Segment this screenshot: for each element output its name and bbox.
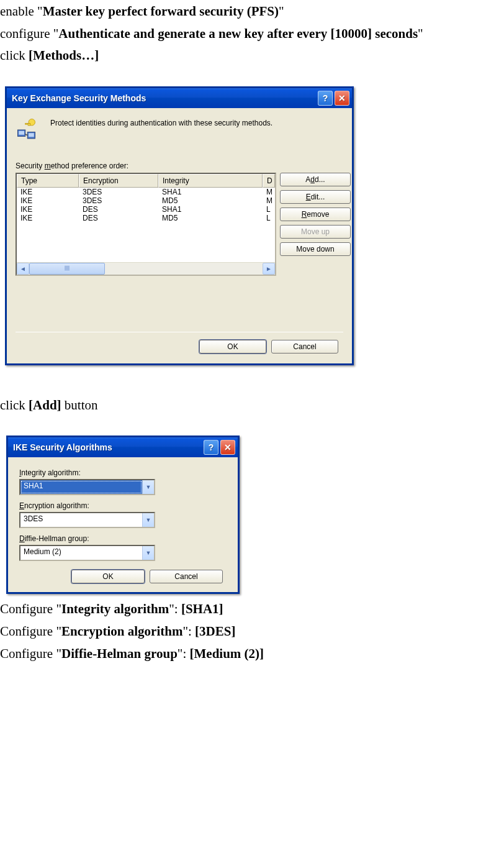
integrity-label: Integrity algorithm: <box>19 468 227 477</box>
column-type[interactable]: Type <box>17 174 79 188</box>
list-header: Type Encryption Integrity D <box>17 174 275 188</box>
remove-button[interactable]: Remove <box>280 208 351 221</box>
ok-button[interactable]: OK <box>71 570 145 583</box>
edit-button[interactable]: Edit... <box>280 190 351 204</box>
cancel-button[interactable]: Cancel <box>271 340 338 354</box>
preference-order-label: Security method preference order: <box>16 162 343 170</box>
encryption-value: 3DES <box>20 513 142 527</box>
ok-button[interactable]: OK <box>199 340 266 354</box>
svg-rect-1 <box>19 131 24 135</box>
list-item[interactable]: IKE DES MD5 L <box>17 214 275 222</box>
add-button[interactable]: Add... <box>280 173 351 186</box>
dialog-titlebar[interactable]: IKE Security Algorithms ? ✕ <box>8 437 238 457</box>
chevron-down-icon[interactable]: ▼ <box>142 480 154 494</box>
scroll-right-icon[interactable]: ► <box>263 263 275 275</box>
ike-security-dialog: IKE Security Algorithms ? ✕ Integrity al… <box>6 436 240 594</box>
dialog-description: Protect identities during authentication… <box>50 117 272 128</box>
instruction-click-add: click [Add] button <box>0 395 504 416</box>
svg-line-7 <box>25 134 28 135</box>
security-methods-list[interactable]: Type Encryption Integrity D IKE 3DES SHA… <box>16 173 276 276</box>
column-integrity[interactable]: Integrity <box>158 174 263 188</box>
help-icon[interactable]: ? <box>318 91 333 106</box>
instruction-configure-integrity: Configure "Integrity algorithm": [SHA1] <box>0 599 504 620</box>
list-item[interactable]: IKE 3DES MD5 M <box>17 196 275 205</box>
security-icon <box>16 117 42 143</box>
move-down-button[interactable]: Move down <box>280 242 351 256</box>
instruction-configure-encryption: Configure "Encryption algorithm": [3DES] <box>0 621 504 642</box>
instruction-configure-dh: Configure "Diffie-Helman group": [Medium… <box>0 644 504 665</box>
cancel-button[interactable]: Cancel <box>150 570 223 583</box>
diffie-hellman-label: Diffie-Hellman group: <box>19 534 227 543</box>
svg-rect-3 <box>29 133 34 137</box>
chevron-down-icon[interactable]: ▼ <box>142 513 154 527</box>
scroll-left-icon[interactable]: ◄ <box>17 263 29 275</box>
integrity-value: SHA1 <box>20 480 142 494</box>
scroll-thumb[interactable] <box>29 263 105 275</box>
instruction-line-2: configure "Authenticate and generate a n… <box>0 24 504 45</box>
dialog-title: Key Exchange Security Methods <box>12 93 318 103</box>
list-item[interactable]: IKE 3DES SHA1 M <box>17 188 275 196</box>
key-exchange-dialog: Key Exchange Security Methods ? ✕ Protec… <box>5 86 354 365</box>
column-encryption[interactable]: Encryption <box>79 174 158 188</box>
move-up-button: Move up <box>280 225 351 239</box>
list-item[interactable]: IKE DES SHA1 L <box>17 205 275 214</box>
encryption-combo[interactable]: 3DES ▼ <box>19 512 155 528</box>
chevron-down-icon[interactable]: ▼ <box>142 546 154 560</box>
help-icon[interactable]: ? <box>204 440 218 455</box>
instruction-line-3: click [Methods…] <box>0 45 504 66</box>
close-icon[interactable]: ✕ <box>220 440 235 455</box>
close-icon[interactable]: ✕ <box>335 91 349 106</box>
diffie-hellman-combo[interactable]: Medium (2) ▼ <box>19 545 155 561</box>
dialog-title: IKE Security Algorithms <box>13 442 204 452</box>
encryption-label: Encryption algorithm: <box>19 501 227 510</box>
diffie-hellman-value: Medium (2) <box>20 546 142 560</box>
column-d[interactable]: D <box>263 174 275 188</box>
dialog-titlebar[interactable]: Key Exchange Security Methods ? ✕ <box>7 88 352 108</box>
svg-rect-6 <box>25 123 28 124</box>
svg-rect-5 <box>28 123 30 125</box>
instruction-line-1: enable "Master key perfect forward secur… <box>0 1 504 22</box>
integrity-combo[interactable]: SHA1 ▼ <box>19 479 155 495</box>
horizontal-scrollbar[interactable]: ◄ ► <box>17 262 275 275</box>
